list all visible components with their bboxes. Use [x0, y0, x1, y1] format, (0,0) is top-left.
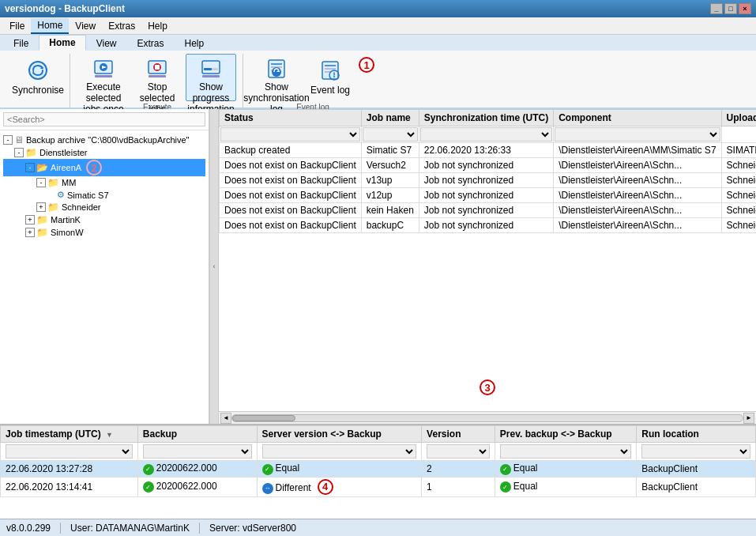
martink-label: MartinK [51, 215, 81, 225]
filter-prevbackup[interactable] [495, 443, 636, 461]
title-bar-controls[interactable]: _ □ × [710, 3, 751, 14]
filter-version[interactable] [422, 443, 495, 461]
filter-serverbackup[interactable] [257, 443, 422, 461]
component-filter-select[interactable] [555, 127, 720, 142]
top-hscroll[interactable]: ◄ ► [219, 411, 756, 424]
filter-backup-bottom[interactable] [137, 443, 257, 461]
tree-node-simatic[interactable]: ⚙ Simatic S7 [3, 189, 205, 201]
close-button[interactable]: × [739, 3, 751, 14]
main-content: - 🖥 Backup archive "C:\800\vdBackupArchi… [0, 109, 756, 519]
hscroll-track[interactable] [231, 414, 743, 422]
top-table-row[interactable]: Does not exist on BackupClientkein Haken… [220, 203, 757, 218]
ribbon-content: Synchronise Execute selecte [0, 51, 756, 115]
ribbon-tab-extras[interactable]: Extras [126, 36, 174, 51]
synchronise-label: Synchronise [12, 85, 64, 96]
ribbon-tab-help[interactable]: Help [175, 36, 215, 51]
top-table-cell: Does not exist on BackupClient [220, 188, 362, 203]
top-table-cell: \Dienstleister\AireenA\MM\Simatic S7 [554, 143, 721, 158]
martink-toggle[interactable]: + [25, 215, 35, 225]
col-serverbackup: Server version <-> Backup [257, 426, 422, 443]
collapse-handle[interactable]: ‹ [209, 109, 219, 424]
filter-synctime[interactable] [419, 126, 553, 143]
tree-node-martink[interactable]: + 📁 MartinK [3, 213, 205, 226]
filter-component[interactable] [554, 126, 721, 143]
synchronise-button[interactable]: Synchronise [13, 54, 63, 101]
version-filter[interactable] [427, 444, 490, 459]
backup-icon: ✓ [143, 481, 154, 493]
top-table-cell: Job not synchronized [419, 188, 553, 203]
top-table-cell: Schneider Unity [721, 218, 756, 233]
prevbackup-filter[interactable] [500, 444, 631, 459]
ribbon-tab-view[interactable]: View [86, 36, 127, 51]
stop-jobs-button[interactable]: Stop selected jobs [132, 54, 182, 101]
show-progress-button[interactable]: Show progress information [186, 54, 236, 101]
tree-node-dienstleister[interactable]: - 📁 Dienstleister [3, 146, 205, 159]
user-text: User: DATAMANAG\MartinK [70, 523, 190, 534]
top-table-row[interactable]: Does not exist on BackupClientv12upJob n… [220, 188, 757, 203]
minimize-button[interactable]: _ [710, 3, 723, 14]
maximize-button[interactable]: □ [724, 3, 737, 14]
event-log-button[interactable]: Event log [305, 54, 355, 101]
mm-toggle[interactable]: - [36, 178, 46, 187]
archive-toggle[interactable]: - [3, 135, 13, 145]
tree-node-simonw[interactable]: + 📁 SimonW [3, 226, 205, 239]
filter-timestamp[interactable] [1, 443, 138, 461]
dienstleister-toggle[interactable]: - [14, 148, 24, 157]
menu-home[interactable]: Home [31, 18, 69, 34]
menu-help[interactable]: Help [141, 19, 174, 33]
runlocation-filter[interactable] [641, 444, 750, 459]
tree-node-schneider[interactable]: + 📁 Schneider [3, 201, 205, 213]
col-jobname: Job name [361, 110, 419, 126]
tree-node-archive[interactable]: - 🖥 Backup archive "C:\800\vdBackupArchi… [3, 134, 205, 146]
user-section: User: DATAMANAG\MartinK [70, 523, 190, 534]
hscroll-thumb[interactable] [232, 415, 295, 421]
server-section: Server: vdServer800 [209, 523, 296, 534]
backup-filter[interactable] [143, 444, 252, 459]
schneider-toggle[interactable]: + [36, 202, 46, 212]
scroll-left-arrow[interactable]: ◄ [220, 413, 231, 424]
top-table-cell: \Dienstleister\AireenA\Schn... [554, 218, 721, 233]
ribbon-tab-file[interactable]: File [3, 36, 39, 51]
ribbon-tab-home[interactable]: Home [39, 35, 85, 51]
aireena-toggle[interactable]: - [25, 163, 35, 172]
top-table-row[interactable]: Does not exist on BackupClientv13upJob n… [220, 173, 757, 188]
svg-rect-4 [95, 75, 112, 77]
sync-log-icon [264, 58, 289, 80]
col-prevbackup: Prev. backup <-> Backup [495, 426, 636, 443]
scroll-right-arrow[interactable]: ► [743, 413, 754, 424]
title-bar-title: versiondog - BackupClient [5, 3, 125, 14]
tree-node-mm[interactable]: - 📁 MM [3, 176, 205, 189]
execute-once-button[interactable]: Execute selected jobs once [78, 54, 129, 101]
jobname-filter-select[interactable] [363, 127, 418, 142]
filter-status[interactable] [220, 126, 362, 143]
top-table-row[interactable]: Does not exist on BackupClientVersuch2Jo… [220, 158, 757, 173]
top-table-cell: Schneider Unity [721, 203, 756, 218]
status-filter-select[interactable] [220, 127, 360, 142]
menu-view[interactable]: View [69, 19, 102, 33]
bottom-table-row[interactable]: 22.06.2020 13:27:28✓20200622.000✓Equal2✓… [1, 461, 756, 477]
simonw-toggle[interactable]: + [25, 228, 35, 237]
top-table-row[interactable]: Backup createdSimatic S722.06.2020 13:26… [220, 143, 757, 158]
timestamp-filter[interactable] [6, 444, 133, 459]
show-sync-log-button[interactable]: Show synchronisation log [251, 54, 302, 101]
top-table-cell: 22.06.2020 13:26:33 [419, 143, 553, 158]
bottom-table-row[interactable]: 22.06.2020 13:14:41✓20200622.000↔Differe… [1, 477, 756, 496]
serverbackup-filter[interactable] [262, 444, 417, 459]
top-table-row[interactable]: Does not exist on BackupClientbackupCJob… [220, 218, 757, 233]
synctime-filter-select[interactable] [420, 127, 552, 142]
search-input[interactable] [3, 112, 205, 126]
cell-prevbackup: ✓Equal [495, 461, 636, 477]
menu-file[interactable]: File [3, 19, 31, 33]
cell-version: 1 [422, 477, 495, 496]
menu-extras[interactable]: Extras [102, 19, 141, 33]
tree-node-aireena[interactable]: - 📂 AireenA 2 [3, 159, 205, 176]
top-table-cell: v13up [361, 173, 419, 188]
ribbon-group-synchronise: Synchronise [6, 54, 70, 111]
filter-uploadtype[interactable] [721, 126, 756, 143]
backup-icon: ✓ [143, 464, 154, 475]
status-bar: v8.0.0.299 User: DATAMANAG\MartinK Serve… [0, 519, 756, 536]
top-table-cell: v12up [361, 188, 419, 203]
version-text: v8.0.0.299 [6, 523, 51, 534]
filter-jobname[interactable] [361, 126, 419, 143]
filter-runlocation[interactable] [637, 443, 756, 461]
